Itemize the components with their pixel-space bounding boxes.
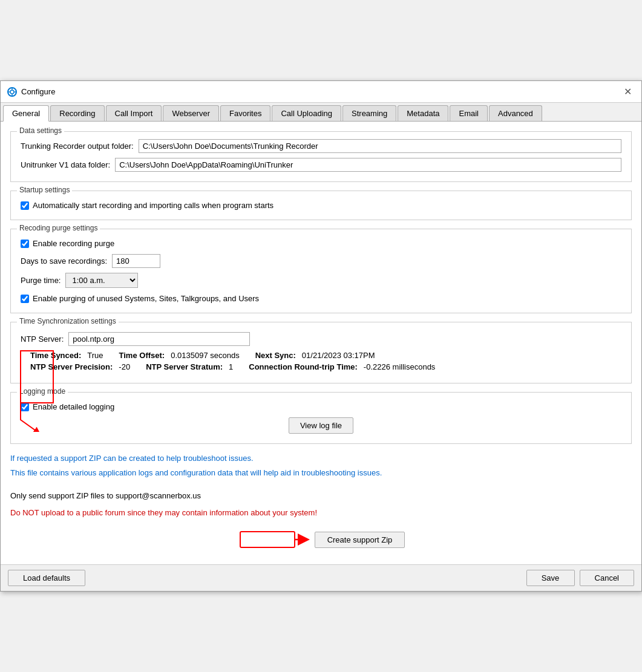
main-window: Configure ✕ General Recording Call Impor… (0, 80, 642, 592)
tab-streaming[interactable]: Streaming (342, 105, 396, 121)
support-info-area: If requested a support ZIP can be create… (10, 452, 632, 518)
support-line3: Only send support ZIP files to support@s… (10, 490, 632, 502)
unitrunker-folder-label: Unitrunker V1 data folder: (21, 160, 110, 169)
days-to-save-input[interactable] (112, 254, 160, 268)
right-arrow-annotation (237, 524, 310, 555)
next-sync-value: 01/21/2023 03:17PM (302, 351, 375, 360)
time-sync-title: Time Synchronization settings (17, 317, 119, 325)
tab-email[interactable]: Email (450, 105, 488, 121)
tab-call-uploading[interactable]: Call Uploading (272, 105, 341, 121)
support-line1: If requested a support ZIP can be create… (10, 452, 632, 465)
ntp-stratum-value: 1 (229, 362, 233, 371)
purge-unused-checkbox[interactable] (21, 295, 29, 303)
days-to-save-row: Days to save recordings: (21, 254, 621, 268)
tab-metadata[interactable]: Metadata (398, 105, 448, 121)
purge-time-select[interactable]: 12:00 a.m. 1:00 a.m. 2:00 a.m. 3:00 a.m.… (65, 273, 138, 288)
ntp-stratum-label: NTP Server Stratum: (146, 362, 223, 371)
purge-unused-row: Enable purging of unused Systems, Sites,… (21, 294, 621, 303)
tab-webserver[interactable]: Webserver (163, 105, 219, 121)
trunking-folder-label: Trunking Recorder output folder: (21, 142, 134, 151)
unitrunker-folder-input[interactable] (115, 158, 621, 172)
auto-start-checkbox[interactable] (21, 201, 29, 210)
enable-purge-checkbox[interactable] (21, 240, 29, 248)
svg-rect-10 (240, 532, 295, 547)
enable-logging-label: Enable detailed logging (33, 402, 114, 411)
next-sync-label: Next Sync: (255, 351, 296, 360)
footer-right: Save Cancel (526, 570, 634, 586)
ntp-server-label: NTP Server: (21, 334, 64, 344)
footer-bar: Load defaults Save Cancel (1, 564, 641, 591)
startup-settings-section: Startup settings Automatically start rec… (10, 191, 632, 220)
sync-info-container: Time Synced: True Time Offset: 0.0135097… (21, 351, 621, 371)
auto-start-row: Automatically start recording and import… (21, 201, 621, 210)
startup-settings-title: Startup settings (17, 186, 72, 194)
data-settings-section: Data settings Trunking Recorder output f… (10, 131, 632, 182)
app-icon (7, 86, 18, 97)
purge-time-label: Purge time: (21, 276, 61, 285)
load-defaults-button[interactable]: Load defaults (8, 570, 85, 586)
save-button[interactable]: Save (526, 570, 575, 586)
ntp-precision-label: NTP Server Precision: (30, 362, 113, 371)
logging-title: Logging mode (17, 387, 68, 396)
time-offset-value: 0.0135097 seconds (171, 351, 239, 360)
create-zip-row: Create support Zip (10, 524, 632, 555)
tab-favorites[interactable]: Favorites (220, 105, 270, 121)
purge-time-row: Purge time: 12:00 a.m. 1:00 a.m. 2:00 a.… (21, 273, 621, 288)
enable-purge-row: Enable recording purge (21, 239, 621, 248)
enable-logging-row: Enable detailed logging (21, 402, 621, 411)
svg-point-1 (10, 90, 14, 94)
view-log-row: View log file (21, 417, 621, 434)
enable-purge-label: Enable recording purge (33, 239, 114, 248)
auto-start-label: Automatically start recording and import… (33, 201, 274, 210)
purge-unused-label: Enable purging of unused Systems, Sites,… (33, 294, 259, 303)
unitrunker-folder-row: Unitrunker V1 data folder: (21, 158, 621, 172)
data-settings-title: Data settings (17, 126, 64, 135)
cancel-button[interactable]: Cancel (580, 570, 634, 586)
enable-logging-checkbox[interactable] (21, 403, 29, 411)
window-title: Configure (21, 87, 55, 96)
ntp-server-input[interactable] (68, 332, 250, 346)
create-zip-button[interactable]: Create support Zip (315, 532, 405, 548)
ntp-precision-row: NTP Server Precision: -20 NTP Server Str… (30, 362, 621, 371)
trunking-folder-row: Trunking Recorder output folder: (21, 139, 621, 153)
support-line2: This file contains various application l… (10, 467, 632, 479)
title-bar: Configure ✕ (1, 81, 641, 103)
support-line4: Do NOT upload to a public forum since th… (10, 507, 632, 519)
tab-call-import[interactable]: Call Import (106, 105, 162, 121)
time-synced-value: True (87, 351, 103, 360)
trunking-folder-input[interactable] (139, 139, 621, 153)
close-button[interactable]: ✕ (620, 85, 635, 99)
content-area: Data settings Trunking Recorder output f… (1, 122, 641, 564)
connection-rtt-label: Connection Round-trip Time: (249, 362, 358, 371)
time-offset-label: Time Offset: (119, 351, 165, 360)
time-synced-row: Time Synced: True Time Offset: 0.0135097… (30, 351, 621, 360)
tab-general[interactable]: General (3, 105, 49, 122)
connection-rtt-value: -0.2226 milliseconds (364, 362, 436, 371)
recording-purge-title: Recoding purge settings (17, 224, 100, 232)
time-synced-label: Time Synced: (30, 351, 81, 360)
logging-section: Logging mode Enable detailed logging Vie… (10, 392, 632, 444)
ntp-server-row: NTP Server: (21, 332, 621, 346)
tab-advanced[interactable]: Advanced (489, 105, 542, 121)
recording-purge-section: Recoding purge settings Enable recording… (10, 229, 632, 313)
view-log-button[interactable]: View log file (289, 417, 353, 434)
tab-bar: General Recording Call Import Webserver … (1, 103, 641, 122)
time-sync-section: Time Synchronization settings NTP Server… (10, 322, 632, 383)
ntp-precision-value: -20 (119, 362, 130, 371)
days-to-save-label: Days to save recordings: (21, 256, 107, 266)
tab-recording[interactable]: Recording (50, 105, 104, 121)
